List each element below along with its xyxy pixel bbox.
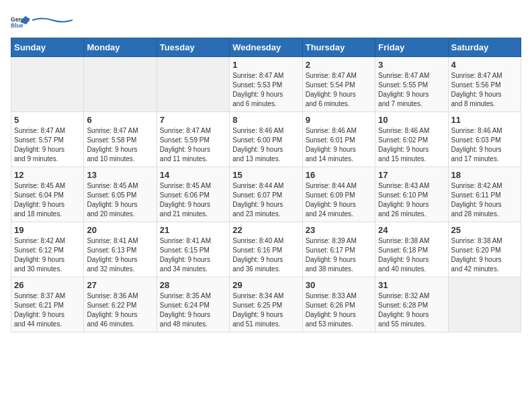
day-cell: 23Sunrise: 8:39 AM Sunset: 6:17 PM Dayli… [302, 222, 375, 277]
cell-info: Sunrise: 8:47 AM Sunset: 5:53 PM Dayligh… [232, 71, 299, 109]
day-number: 13 [87, 170, 153, 180]
week-row-4: 19Sunrise: 8:42 AM Sunset: 6:12 PM Dayli… [11, 222, 521, 277]
cell-info: Sunrise: 8:40 AM Sunset: 6:16 PM Dayligh… [232, 236, 299, 274]
header-cell-tuesday: Tuesday [157, 38, 229, 57]
calendar-body: 1Sunrise: 8:47 AM Sunset: 5:53 PM Daylig… [11, 57, 521, 332]
day-cell: 13Sunrise: 8:45 AM Sunset: 6:05 PM Dayli… [84, 167, 157, 222]
cell-info: Sunrise: 8:44 AM Sunset: 6:09 PM Dayligh… [306, 181, 372, 219]
day-number: 2 [306, 60, 372, 70]
calendar-table: SundayMondayTuesdayWednesdayThursdayFrid… [11, 38, 521, 332]
day-number: 12 [14, 170, 81, 180]
day-cell: 4Sunrise: 8:47 AM Sunset: 5:56 PM Daylig… [448, 57, 521, 112]
day-cell: 8Sunrise: 8:46 AM Sunset: 6:00 PM Daylig… [230, 112, 302, 167]
day-cell: 27Sunrise: 8:36 AM Sunset: 6:22 PM Dayli… [84, 277, 157, 332]
cell-info: Sunrise: 8:47 AM Sunset: 5:58 PM Dayligh… [87, 126, 153, 164]
week-row-2: 5Sunrise: 8:47 AM Sunset: 5:57 PM Daylig… [11, 112, 521, 167]
day-number: 29 [232, 280, 299, 290]
header-cell-monday: Monday [84, 38, 157, 57]
day-cell: 19Sunrise: 8:42 AM Sunset: 6:12 PM Dayli… [11, 222, 84, 277]
cell-info: Sunrise: 8:47 AM Sunset: 5:54 PM Dayligh… [306, 71, 372, 109]
cell-info: Sunrise: 8:37 AM Sunset: 6:21 PM Dayligh… [14, 291, 81, 329]
cell-info: Sunrise: 8:35 AM Sunset: 6:24 PM Dayligh… [160, 291, 226, 329]
cell-info: Sunrise: 8:45 AM Sunset: 6:06 PM Dayligh… [160, 181, 226, 219]
cell-info: Sunrise: 8:32 AM Sunset: 6:28 PM Dayligh… [378, 291, 445, 329]
cell-info: Sunrise: 8:46 AM Sunset: 6:01 PM Dayligh… [306, 126, 372, 164]
header: General Blue [11, 11, 521, 30]
day-cell: 7Sunrise: 8:47 AM Sunset: 5:59 PM Daylig… [157, 112, 229, 167]
day-number: 10 [378, 115, 445, 125]
cell-info: Sunrise: 8:44 AM Sunset: 6:07 PM Dayligh… [232, 181, 299, 219]
day-number: 4 [451, 60, 518, 70]
day-number: 30 [306, 280, 372, 290]
day-cell: 15Sunrise: 8:44 AM Sunset: 6:07 PM Dayli… [230, 167, 302, 222]
day-number: 11 [451, 115, 518, 125]
day-cell: 16Sunrise: 8:44 AM Sunset: 6:09 PM Dayli… [302, 167, 375, 222]
cell-info: Sunrise: 8:45 AM Sunset: 6:05 PM Dayligh… [87, 181, 153, 219]
day-number: 3 [378, 60, 445, 70]
cell-info: Sunrise: 8:46 AM Sunset: 6:00 PM Dayligh… [232, 126, 299, 164]
day-number: 9 [306, 115, 372, 125]
header-cell-sunday: Sunday [11, 38, 84, 57]
day-number: 16 [306, 170, 372, 180]
day-cell: 10Sunrise: 8:46 AM Sunset: 6:02 PM Dayli… [375, 112, 448, 167]
header-row: SundayMondayTuesdayWednesdayThursdayFrid… [11, 38, 521, 57]
day-cell: 30Sunrise: 8:33 AM Sunset: 6:26 PM Dayli… [302, 277, 375, 332]
cell-info: Sunrise: 8:47 AM Sunset: 5:56 PM Dayligh… [451, 71, 518, 109]
day-cell: 14Sunrise: 8:45 AM Sunset: 6:06 PM Dayli… [157, 167, 229, 222]
day-number: 26 [14, 280, 81, 290]
day-number: 28 [160, 280, 226, 290]
logo-icon: General Blue [11, 11, 30, 30]
day-cell: 29Sunrise: 8:34 AM Sunset: 6:25 PM Dayli… [230, 277, 302, 332]
cell-info: Sunrise: 8:47 AM Sunset: 5:55 PM Dayligh… [378, 71, 445, 109]
week-row-1: 1Sunrise: 8:47 AM Sunset: 5:53 PM Daylig… [11, 57, 521, 112]
cell-info: Sunrise: 8:41 AM Sunset: 6:13 PM Dayligh… [87, 236, 153, 274]
day-cell: 17Sunrise: 8:43 AM Sunset: 6:10 PM Dayli… [375, 167, 448, 222]
day-cell [11, 57, 84, 112]
day-number: 7 [160, 115, 226, 125]
day-cell: 1Sunrise: 8:47 AM Sunset: 5:53 PM Daylig… [230, 57, 302, 112]
day-cell: 9Sunrise: 8:46 AM Sunset: 6:01 PM Daylig… [302, 112, 375, 167]
day-number: 19 [14, 225, 81, 235]
cell-info: Sunrise: 8:38 AM Sunset: 6:18 PM Dayligh… [378, 236, 445, 274]
cell-info: Sunrise: 8:42 AM Sunset: 6:12 PM Dayligh… [14, 236, 81, 274]
logo: General Blue [11, 11, 73, 30]
day-cell: 18Sunrise: 8:42 AM Sunset: 6:11 PM Dayli… [448, 167, 521, 222]
day-number: 14 [160, 170, 226, 180]
svg-text:Blue: Blue [11, 22, 24, 29]
day-cell: 3Sunrise: 8:47 AM Sunset: 5:55 PM Daylig… [375, 57, 448, 112]
day-number: 8 [232, 115, 299, 125]
day-cell: 5Sunrise: 8:47 AM Sunset: 5:57 PM Daylig… [11, 112, 84, 167]
cell-info: Sunrise: 8:39 AM Sunset: 6:17 PM Dayligh… [306, 236, 372, 274]
cell-info: Sunrise: 8:33 AM Sunset: 6:26 PM Dayligh… [306, 291, 372, 329]
day-cell: 21Sunrise: 8:41 AM Sunset: 6:15 PM Dayli… [157, 222, 229, 277]
header-cell-wednesday: Wednesday [230, 38, 302, 57]
day-cell: 20Sunrise: 8:41 AM Sunset: 6:13 PM Dayli… [84, 222, 157, 277]
cell-info: Sunrise: 8:46 AM Sunset: 6:03 PM Dayligh… [451, 126, 518, 164]
day-cell: 25Sunrise: 8:38 AM Sunset: 6:20 PM Dayli… [448, 222, 521, 277]
day-cell: 26Sunrise: 8:37 AM Sunset: 6:21 PM Dayli… [11, 277, 84, 332]
day-number: 22 [232, 225, 299, 235]
cell-info: Sunrise: 8:46 AM Sunset: 6:02 PM Dayligh… [378, 126, 445, 164]
week-row-3: 12Sunrise: 8:45 AM Sunset: 6:04 PM Dayli… [11, 167, 521, 222]
day-cell: 6Sunrise: 8:47 AM Sunset: 5:58 PM Daylig… [84, 112, 157, 167]
day-cell: 2Sunrise: 8:47 AM Sunset: 5:54 PM Daylig… [302, 57, 375, 112]
day-cell: 12Sunrise: 8:45 AM Sunset: 6:04 PM Dayli… [11, 167, 84, 222]
day-cell: 31Sunrise: 8:32 AM Sunset: 6:28 PM Dayli… [375, 277, 448, 332]
day-number: 21 [160, 225, 226, 235]
header-cell-thursday: Thursday [302, 38, 375, 57]
cell-info: Sunrise: 8:42 AM Sunset: 6:11 PM Dayligh… [451, 181, 518, 219]
day-number: 17 [378, 170, 445, 180]
day-cell [448, 277, 521, 332]
day-number: 25 [451, 225, 518, 235]
day-number: 27 [87, 280, 153, 290]
calendar-header: SundayMondayTuesdayWednesdayThursdayFrid… [11, 38, 521, 57]
day-cell [84, 57, 157, 112]
header-cell-saturday: Saturday [448, 38, 521, 57]
day-number: 24 [378, 225, 445, 235]
day-cell: 22Sunrise: 8:40 AM Sunset: 6:16 PM Dayli… [230, 222, 302, 277]
day-number: 6 [87, 115, 153, 125]
cell-info: Sunrise: 8:47 AM Sunset: 5:59 PM Dayligh… [160, 126, 226, 164]
day-cell: 11Sunrise: 8:46 AM Sunset: 6:03 PM Dayli… [448, 112, 521, 167]
cell-info: Sunrise: 8:45 AM Sunset: 6:04 PM Dayligh… [14, 181, 81, 219]
day-cell: 24Sunrise: 8:38 AM Sunset: 6:18 PM Dayli… [375, 222, 448, 277]
